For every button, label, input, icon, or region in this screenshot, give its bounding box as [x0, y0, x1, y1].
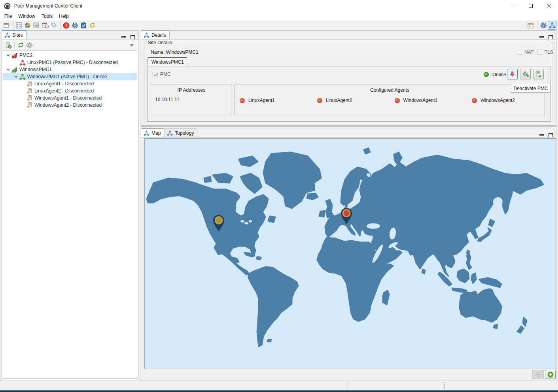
panel-minimize-icon[interactable]: [539, 36, 544, 38]
tree-item-windowsagent1[interactable]: WindowsAgent1 - Disconnected: [3, 94, 137, 102]
gear-icon: [26, 42, 33, 49]
tree-item-label: WindowsPMC1 (Active PMC) - Online: [27, 74, 107, 79]
agent-label: WindowsAgent1: [403, 98, 438, 103]
jobs-button[interactable]: [79, 21, 88, 30]
map-zoom-out-button[interactable]: [532, 370, 544, 379]
tree-item-windowspmc1-active[interactable]: WindowsPMC1 (Active PMC) - Online: [3, 73, 137, 80]
configured-agents-row: LinuxAgent1 LinuxAgent2 WindowsAgent1 Wi…: [235, 98, 545, 103]
tag-icon: [51, 22, 57, 28]
pmc-detail-panel: PMC Online IP Addresses 10.10.1: [148, 66, 550, 122]
tab-topology[interactable]: Topology: [164, 128, 197, 137]
panel-maximize-icon[interactable]: [131, 35, 135, 39]
tree-item-pmc2[interactable]: PMC2: [3, 52, 137, 59]
agent-server-warning-icon: [26, 95, 33, 101]
close-button[interactable]: [540, 0, 558, 12]
chevron-down-icon[interactable]: [13, 75, 19, 78]
new-configuration-button[interactable]: [2, 21, 11, 30]
tab-sites[interactable]: Sites: [2, 30, 26, 39]
minimize-button[interactable]: [503, 0, 522, 12]
tree-item-label: PMC2: [19, 53, 32, 58]
network-triangle-icon: [144, 32, 149, 38]
world-map: [145, 139, 556, 369]
rich-reports-button[interactable]: [32, 21, 41, 30]
tls-checkbox[interactable]: [537, 50, 542, 55]
agent-status-dot: [240, 98, 245, 103]
maximize-button[interactable]: [522, 0, 540, 12]
network-perspective-button[interactable]: [548, 21, 556, 30]
add-site-button[interactable]: [4, 41, 13, 49]
tags-button[interactable]: [49, 21, 58, 30]
nat-checkbox-row: NAT: [517, 49, 533, 55]
sites-settings-button[interactable]: [25, 41, 34, 49]
tree-item-windowspmc1-site[interactable]: WindowsPMC1: [3, 66, 137, 73]
preferences-button[interactable]: [70, 21, 79, 30]
view-menu-button[interactable]: [130, 42, 134, 48]
panel-maximize-icon[interactable]: [549, 133, 553, 137]
status-grip[interactable]: [444, 384, 445, 385]
pmc-network-green-icon: [19, 74, 26, 80]
sites-tabbar: Sites: [2, 31, 138, 40]
panel-maximize-icon[interactable]: [549, 35, 553, 39]
network-triangle-icon: [144, 130, 149, 136]
open-perspective-button[interactable]: [527, 21, 535, 30]
map-tabbar: Map Topology: [141, 127, 556, 138]
pmc-settings-button[interactable]: [520, 69, 531, 79]
tab-map[interactable]: Map: [141, 128, 164, 137]
tree-item-label: WindowsAgent1 - Disconnected: [34, 95, 102, 101]
menu-window[interactable]: Window: [15, 12, 38, 21]
panel-minimize-icon[interactable]: [539, 134, 544, 136]
chevron-down-icon[interactable]: [5, 68, 11, 71]
tree-item-linuxagent1[interactable]: LinuxAgent1 - Disconnected: [3, 80, 137, 87]
menu-tools[interactable]: Tools: [38, 12, 56, 21]
sites-toolbar: [2, 40, 138, 50]
agent-status-dot: [317, 98, 322, 103]
world-map-canvas[interactable]: [144, 138, 556, 369]
network-triangle-icon: [549, 22, 556, 28]
red-arrow-down-icon: [509, 71, 516, 77]
sync-button[interactable]: [88, 21, 96, 30]
tab-sites-label: Sites: [12, 32, 23, 38]
pmc-network-red-icon: [19, 60, 26, 66]
menu-file[interactable]: File: [1, 12, 15, 21]
refresh-sites-button[interactable]: [16, 41, 25, 49]
tree-item-label: LinuxAgent2 - Disconnected: [34, 88, 94, 94]
agent-server-warning-icon: [26, 88, 33, 94]
agent-summary-button[interactable]: [15, 21, 23, 30]
nat-label: NAT: [524, 49, 533, 55]
nat-checkbox[interactable]: [517, 50, 522, 55]
network-triangle-icon: [4, 32, 10, 38]
server-arrow-icon: [535, 71, 542, 78]
alerts-button[interactable]: [62, 21, 70, 30]
details-panel: Details Site Details Name: WindowsPMC1 N…: [141, 30, 556, 126]
tree-item-linuxagent2[interactable]: LinuxAgent2 - Disconnected: [3, 87, 137, 94]
status-grip[interactable]: [444, 386, 445, 387]
chevron-down-icon[interactable]: [5, 54, 11, 57]
status-grip[interactable]: [444, 382, 445, 383]
schedule-button[interactable]: [41, 21, 49, 30]
tab-windowspmc1[interactable]: WindowsPMC1: [148, 57, 187, 66]
ip-address-value: 10.10.11.11: [155, 97, 180, 102]
tree-item-linuxpmc1[interactable]: LinuxPMC1 (Passive PMC) - Disconnected: [3, 59, 137, 66]
tls-checkbox-row: TLS: [537, 49, 553, 55]
panel-minimize-icon[interactable]: [121, 36, 126, 38]
perspective-settings-button[interactable]: [539, 21, 548, 30]
tree-item-label: LinuxPMC1 (Passive PMC) - Disconnected: [27, 60, 118, 65]
status-grip[interactable]: [444, 388, 445, 389]
site-name-label: Name: WindowsPMC1: [151, 49, 199, 55]
tree-item-windowsagent2[interactable]: WindowsAgent2 - Disconnected: [3, 102, 137, 109]
deactivate-pmc-button[interactable]: [507, 69, 518, 79]
perspective-icon: [528, 22, 535, 29]
ip-addresses-title: IP Addresses: [151, 87, 232, 93]
zoom-in-icon: [547, 371, 554, 378]
export-pmc-button[interactable]: [533, 69, 544, 79]
map-zoom-in-button[interactable]: [545, 370, 556, 379]
dashboard-button[interactable]: [23, 21, 32, 30]
tab-details[interactable]: Details: [141, 30, 170, 39]
pmc-checkbox[interactable]: [153, 72, 158, 77]
configured-agents-title: Configured Agents: [235, 87, 545, 93]
alert-icon: [63, 22, 70, 29]
menu-help[interactable]: Help: [56, 12, 72, 21]
online-status-dot: [484, 72, 489, 77]
gear-icon: [72, 22, 78, 29]
pmc-checkbox-row: PMC: [153, 72, 171, 77]
